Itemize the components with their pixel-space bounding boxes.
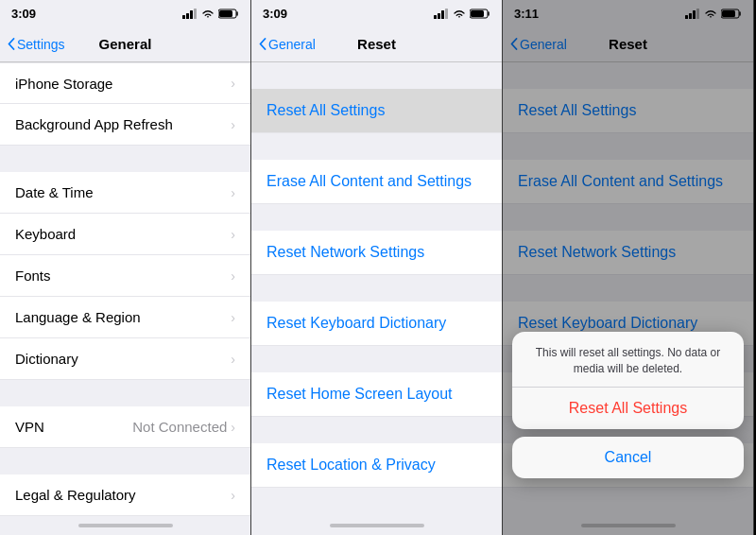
reset-item-keyboard[interactable]: Reset Keyboard Dictionary [251,302,502,346]
nav-bar-2: General Reset [251,26,502,62]
reset-item-network[interactable]: Reset Network Settings [251,231,502,275]
back-button-2[interactable]: General [259,37,316,52]
alert-box: This will reset all settings. No data or… [512,332,744,429]
battery-icon [218,9,239,19]
item-label: iPhone Storage [15,65,231,102]
alert-message: This will reset all settings. No data or… [512,332,744,388]
status-icons-2 [434,9,490,19]
alert-cancel-box: Cancel [512,437,744,478]
svg-rect-9 [445,9,448,19]
svg-rect-0 [182,15,185,19]
list-gap-top [251,62,502,89]
chevron-icon: › [231,488,235,503]
chevron-icon: › [231,185,235,200]
reset-label: Reset Location & Privacy [266,457,436,474]
panel-reset: 3:09 General [251,0,503,535]
reset-item-location[interactable]: Reset Location & Privacy [251,443,502,488]
cancel-button[interactable]: Cancel [512,437,744,478]
list-item-keyboard[interactable]: Keyboard › [0,214,250,255]
battery-icon [470,9,490,19]
item-label: Legal & Regulatory [15,476,231,513]
list-gap-10 [251,417,502,443]
back-label-2: General [268,37,316,52]
item-label: Dictionary [15,340,231,377]
list-item-iphone-storage[interactable]: iPhone Storage › [0,62,250,104]
reset-confirm-button[interactable]: Reset All Settings [512,388,744,429]
chevron-left-icon [8,38,15,50]
reset-item-all-settings[interactable]: Reset All Settings [251,89,502,133]
chevron-icon: › [231,227,235,242]
panel-reset-alert: 3:11 General [503,0,754,535]
list-item-bg-refresh[interactable]: Background App Refresh › [0,104,250,146]
svg-rect-3 [194,9,197,19]
item-label: Fonts [15,257,231,294]
back-label-1: Settings [17,37,65,52]
item-label: Background App Refresh [15,106,231,143]
home-indicator-3 [503,516,753,535]
status-bar-1: 3:09 [0,0,250,26]
list-item-legal[interactable]: Legal & Regulatory › [0,475,250,516]
item-label: Date & Time [15,174,231,211]
svg-rect-1 [186,13,189,19]
list-item-fonts[interactable]: Fonts › [0,255,250,297]
home-bar-1 [78,524,173,527]
reset-label: Reset Keyboard Dictionary [266,315,446,332]
time-2: 3:09 [263,7,287,21]
list-gap-2 [0,380,250,406]
list-gap-6 [251,133,502,160]
signal-icon [434,9,449,19]
svg-rect-6 [434,15,437,19]
list-gap-8 [251,275,502,302]
chevron-icon: › [231,352,235,367]
reset-label: Reset All Settings [266,102,385,119]
wifi-icon [201,9,215,19]
chevron-icon: › [231,268,235,284]
list-gap-3 [0,448,250,475]
nav-bar-1: Settings General [0,26,250,62]
home-indicator-1 [0,516,250,535]
list-item-language[interactable]: Language & Region › [0,297,250,338]
nav-title-2: Reset [357,36,396,52]
home-indicator-2 [251,516,502,535]
chevron-left-icon [259,38,266,50]
svg-rect-8 [441,10,444,19]
signal-icon [182,9,198,19]
reset-label: Reset Home Screen Layout [266,386,453,403]
back-button-1[interactable]: Settings [8,37,65,52]
item-value: Not Connected [132,419,227,435]
status-icons-1 [182,9,239,19]
alert-container: This will reset all settings. No data or… [512,332,744,478]
chevron-icon: › [231,420,235,435]
list-item-vpn[interactable]: VPN Not Connected › [0,406,250,448]
list-gap-7 [251,204,502,231]
panel-general: 3:09 [0,0,251,535]
list-1: iPhone Storage › Background App Refresh … [0,62,250,516]
status-bar-2: 3:09 [251,0,502,26]
svg-rect-11 [471,10,484,17]
reset-item-homescreen[interactable]: Reset Home Screen Layout [251,372,502,417]
list-gap-9 [251,346,502,372]
item-label: Keyboard [15,216,231,252]
wifi-icon [453,9,466,19]
list-item-dictionary[interactable]: Dictionary › [0,338,250,380]
svg-rect-7 [438,13,440,19]
alert-spacer [512,429,744,437]
reset-item-erase[interactable]: Erase All Content and Settings [251,160,502,204]
reset-label: Erase All Content and Settings [266,173,472,190]
nav-title-1: General [99,36,152,52]
chevron-icon: › [231,76,235,91]
chevron-icon: › [231,117,235,132]
item-label: VPN [15,408,132,445]
home-bar-3 [581,524,676,527]
svg-rect-2 [190,10,193,19]
reset-label: Reset Network Settings [266,244,424,261]
list-item-datetime[interactable]: Date & Time › [0,172,250,214]
item-label: Language & Region [15,299,231,336]
time-1: 3:09 [11,7,36,21]
home-bar-2 [330,524,424,527]
svg-rect-5 [219,10,232,17]
list-2: Reset All Settings Erase All Content and… [251,62,502,516]
chevron-icon: › [231,310,235,325]
list-gap-1 [0,146,250,172]
